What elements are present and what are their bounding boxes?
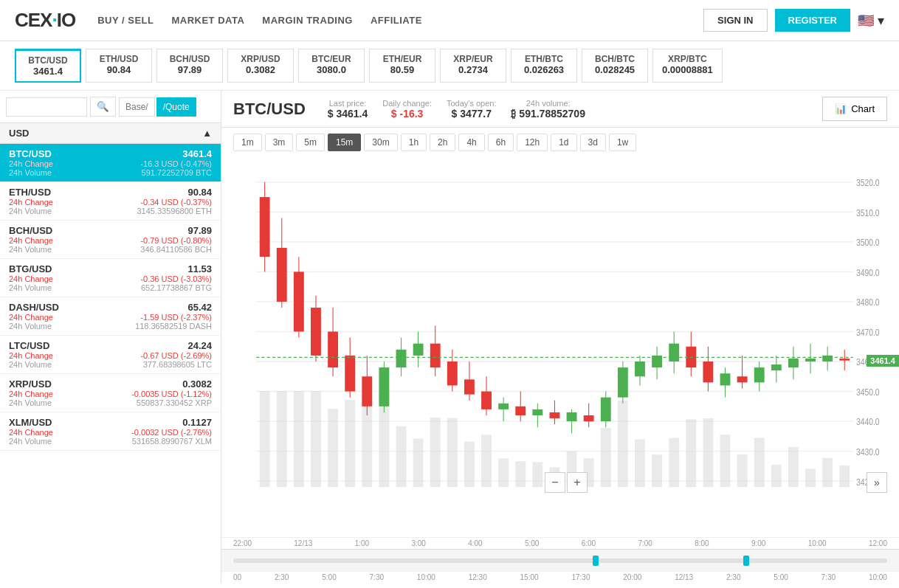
chart-last-price: Last price: $ 3461.4 xyxy=(328,99,368,120)
ticker-item-XRP-BTC[interactable]: XRP/BTC0.00008881 xyxy=(652,49,723,83)
search-input[interactable] xyxy=(6,97,87,117)
ticker-item-ETH-USD[interactable]: ETH/USD90.84 xyxy=(86,49,152,83)
svg-rect-51 xyxy=(754,438,765,488)
time-btn-6h[interactable]: 6h xyxy=(488,134,514,151)
chart-btn-label: Chart xyxy=(851,103,875,114)
svg-rect-35 xyxy=(481,435,492,487)
nav-affiliate[interactable]: AFFILIATE xyxy=(371,15,422,26)
sidebar-pair-ETH-USD[interactable]: ETH/USD 90.84 24h Change -0.34 USD (-0.3… xyxy=(0,182,221,221)
svg-text:3510.0: 3510.0 xyxy=(856,207,880,218)
zoom-in-button[interactable]: + xyxy=(567,472,588,493)
time-btn-1h[interactable]: 1h xyxy=(401,134,427,151)
mini-nav-right-indicator xyxy=(743,556,749,566)
svg-rect-56 xyxy=(839,466,850,487)
svg-text:3440.0: 3440.0 xyxy=(856,416,880,428)
time-btn-1m[interactable]: 1m xyxy=(233,134,262,151)
svg-text:3500.0: 3500.0 xyxy=(856,237,880,249)
ticker-item-XRP-EUR[interactable]: XRP/EUR0.2734 xyxy=(440,49,506,83)
time-selector: 1m3m5m15m30m1h2h4h6h12h1d3d1w xyxy=(221,128,899,157)
register-button[interactable]: REGISTER xyxy=(775,9,850,32)
svg-rect-46 xyxy=(669,438,679,488)
expand-button[interactable]: » xyxy=(867,472,887,493)
svg-rect-24 xyxy=(294,391,304,487)
currency-section-label: USD xyxy=(9,128,29,139)
chart-todays-open: Today's open: $ 3477.7 xyxy=(447,99,497,120)
chart-area: BTC/USD Last price: $ 3461.4 Daily chang… xyxy=(221,91,899,583)
svg-rect-70 xyxy=(362,376,372,407)
svg-rect-34 xyxy=(464,442,475,488)
x-label: 12/13 xyxy=(294,539,312,547)
last-price-value: $ 3461.4 xyxy=(328,108,368,120)
ticker-item-BTC-USD[interactable]: BTC/USD3461.4 xyxy=(15,49,81,83)
x-label: 8:00 xyxy=(695,539,709,547)
svg-rect-68 xyxy=(345,356,355,392)
time-btn-30m[interactable]: 30m xyxy=(364,134,397,151)
time-btn-4h[interactable]: 4h xyxy=(458,134,484,151)
quote-button[interactable]: /Quote xyxy=(156,97,196,117)
svg-rect-102 xyxy=(635,362,645,376)
mini-nav-bar[interactable] xyxy=(233,558,887,563)
x-label: 22:00 xyxy=(233,539,252,547)
sidebar-pair-XLM-USD[interactable]: XLM/USD 0.1127 24h Change -0.0032 USD (-… xyxy=(0,412,221,451)
chart-type-button[interactable]: 📊 Chart xyxy=(822,97,887,121)
x-label: 4:00 xyxy=(468,539,482,547)
sign-in-button[interactable]: SIGN IN xyxy=(703,9,767,32)
svg-rect-114 xyxy=(737,376,748,382)
nav-market-data[interactable]: MARKET DATA xyxy=(171,15,244,26)
ticker-item-BCH-USD[interactable]: BCH/USD97.89 xyxy=(156,49,223,83)
mini-label: 15:00 xyxy=(520,573,539,581)
time-btn-12h[interactable]: 12h xyxy=(517,134,548,151)
svg-rect-78 xyxy=(430,344,441,367)
time-btn-5m[interactable]: 5m xyxy=(296,134,325,151)
svg-rect-53 xyxy=(788,447,799,487)
svg-text:3480.0: 3480.0 xyxy=(856,297,880,308)
ticker-item-BCH-BTC[interactable]: BCH/BTC0.028245 xyxy=(582,49,648,83)
todays-open-value: $ 3477.7 xyxy=(447,108,497,120)
nav-margin-trading[interactable]: MARGIN TRADING xyxy=(262,15,353,26)
mini-x-labels: 002:305:007:3010:0012:3015:0017:3020:001… xyxy=(221,571,899,583)
ticker-item-ETH-BTC[interactable]: ETH/BTC0.026263 xyxy=(511,49,577,83)
zoom-controls: − + xyxy=(545,472,588,493)
time-btn-1d[interactable]: 1d xyxy=(551,134,576,151)
volume-label: 24h volume: xyxy=(511,99,585,108)
sidebar: 🔍 Base/ /Quote USD ▲ BTC/USD 3461.4 24h … xyxy=(0,91,221,583)
ticker-item-BTC-EUR[interactable]: BTC/EUR3080.0 xyxy=(298,49,365,83)
chart-volume: 24h volume: ₿ 591.78852709 xyxy=(511,99,585,120)
sidebar-pair-BTC-USD[interactable]: BTC/USD 3461.4 24h Change -16.3 USD (-0.… xyxy=(0,144,221,182)
last-price-label: Last price: xyxy=(328,99,368,108)
sidebar-pair-LTC-USD[interactable]: LTC/USD 24.24 24h Change -0.67 USD (-2.6… xyxy=(0,336,221,374)
time-btn-2h[interactable]: 2h xyxy=(430,134,455,151)
flag-icon[interactable]: 🇺🇸 ▾ xyxy=(858,13,884,29)
chart-header: BTC/USD Last price: $ 3461.4 Daily chang… xyxy=(221,91,899,128)
ticker-item-ETH-EUR[interactable]: ETH/EUR80.59 xyxy=(369,49,435,83)
search-button[interactable]: 🔍 xyxy=(90,97,116,117)
svg-rect-44 xyxy=(635,439,645,487)
currency-section-header: USD ▲ xyxy=(0,123,221,144)
sidebar-pair-BTG-USD[interactable]: BTG/USD 11.53 24h Change -0.36 USD (-3.0… xyxy=(0,259,221,297)
sidebar-pair-DASH-USD[interactable]: DASH/USD 65.42 24h Change -1.59 USD (-2.… xyxy=(0,297,221,336)
x-axis-labels: 22:0012/131:003:004:005:006:007:008:009:… xyxy=(221,537,899,549)
svg-rect-82 xyxy=(464,379,475,394)
svg-rect-112 xyxy=(720,373,731,385)
x-label: 9:00 xyxy=(751,539,765,547)
time-btn-3d[interactable]: 3d xyxy=(580,134,606,151)
mini-label: 10:00 xyxy=(869,573,887,581)
zoom-out-button[interactable]: − xyxy=(545,472,565,493)
candlestick-chart: 3520.03510.03500.03490.03480.03470.03460… xyxy=(233,157,899,537)
svg-rect-47 xyxy=(686,419,696,487)
time-btn-3m[interactable]: 3m xyxy=(265,134,294,151)
base-button[interactable]: Base/ xyxy=(119,97,155,117)
chart-pair-title: BTC/USD xyxy=(233,100,306,119)
svg-text:3450.0: 3450.0 xyxy=(856,387,880,398)
svg-rect-110 xyxy=(703,362,713,382)
time-btn-1w[interactable]: 1w xyxy=(609,134,636,151)
sidebar-pair-BCH-USD[interactable]: BCH/USD 97.89 24h Change -0.79 USD (-0.8… xyxy=(0,221,221,259)
ticker-item-XRP-USD[interactable]: XRP/USD0.3082 xyxy=(227,49,294,83)
main-layout: 🔍 Base/ /Quote USD ▲ BTC/USD 3461.4 24h … xyxy=(0,91,899,583)
nav-buy-sell[interactable]: BUY / SELL xyxy=(97,15,154,26)
time-btn-15m[interactable]: 15m xyxy=(328,134,361,151)
sidebar-pair-XRP-USD[interactable]: XRP/USD 0.3082 24h Change -0.0035 USD (-… xyxy=(0,374,221,412)
daily-change-value: $ -16.3 xyxy=(382,108,432,120)
chart-daily-change: Daily change: $ -16.3 xyxy=(382,99,432,120)
collapse-icon[interactable]: ▲ xyxy=(202,128,212,139)
